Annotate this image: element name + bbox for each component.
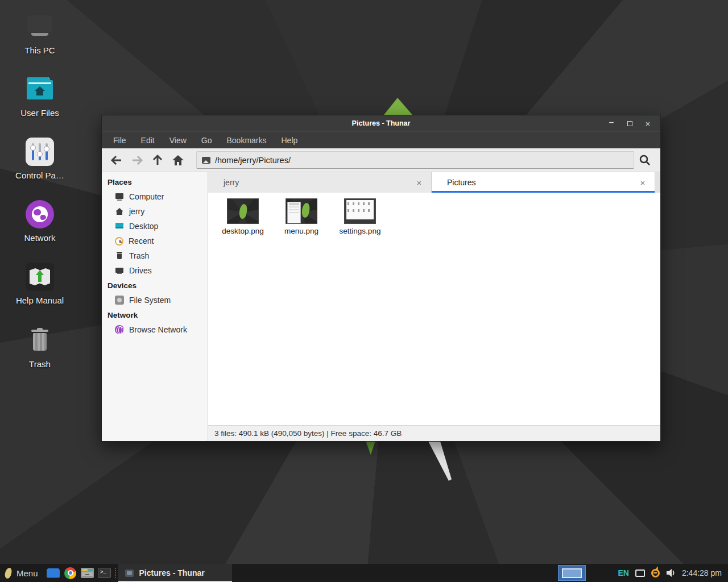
keyboard-layout-indicator[interactable]: EN	[618, 568, 628, 577]
sidebar-item-label: jerry	[129, 207, 144, 216]
thumbnail-settings-png	[344, 198, 376, 224]
sidebar-item-label: Computer	[129, 192, 164, 201]
terminal-icon: >_	[98, 568, 111, 578]
window-title: Pictures - Thunar	[352, 119, 411, 127]
wallpaper-white-streak	[428, 441, 452, 481]
manual-map-icon	[26, 263, 54, 291]
file-list: desktop.png menu.png settings.png	[208, 193, 660, 425]
sidebar-header-network: Network	[102, 307, 208, 322]
filesystem-drive-icon	[115, 296, 124, 305]
path-bar[interactable]: /home/jerry/Pictures/	[196, 151, 634, 169]
maximize-icon	[627, 121, 632, 126]
desktop-icon-user-files[interactable]: User Files	[6, 75, 74, 118]
file-manager-launcher[interactable]	[79, 564, 96, 582]
maximize-button[interactable]	[621, 115, 639, 131]
sidebar-item-label: Browse Network	[129, 325, 187, 334]
display-tray-icon[interactable]	[635, 569, 645, 577]
mint-leaf-icon	[4, 567, 12, 579]
sidebar-item-label: Recent	[129, 236, 154, 246]
sidebar-item-label: File System	[129, 296, 171, 305]
tab-label: jerry	[224, 178, 414, 187]
desktop-icon-this-pc[interactable]: This PC	[6, 13, 74, 55]
menu-button[interactable]: Menu	[0, 564, 45, 582]
sidebar-header-devices: Devices	[102, 278, 208, 293]
terminal-launcher[interactable]: >_	[96, 564, 113, 582]
sidebar-item-recent[interactable]: Recent	[102, 234, 208, 248]
menu-file[interactable]: File	[113, 136, 126, 145]
clock[interactable]: 2:44:28 pm	[682, 568, 722, 577]
status-bar: 3 files: 490.1 kB (490,050 bytes) | Free…	[208, 425, 660, 441]
taskbar-window-label: Pictures - Thunar	[139, 568, 205, 577]
desktop-icon-control-panel[interactable]: Control Pa…	[6, 138, 74, 180]
home-icon	[115, 207, 124, 216]
search-button[interactable]	[634, 151, 656, 170]
file-item-menu-png[interactable]: menu.png	[274, 198, 329, 235]
desktop-icon-label: Help Manual	[16, 296, 64, 305]
sidebar-item-label: Trash	[129, 251, 149, 260]
sidebar-item-label: Desktop	[129, 222, 158, 231]
file-pane: jerry × Pictures × desktop.png menu.png	[208, 172, 660, 441]
path-text: /home/jerry/Pictures/	[215, 156, 291, 165]
menu-edit[interactable]: Edit	[141, 136, 155, 145]
chrome-icon	[64, 567, 76, 579]
show-desktop-launcher[interactable]	[45, 564, 62, 582]
desktop-icon-label: Network	[24, 233, 55, 243]
sidebar-item-jerry[interactable]: jerry	[102, 204, 208, 219]
tab-jerry[interactable]: jerry ×	[208, 172, 432, 193]
tab-pictures[interactable]: Pictures ×	[432, 172, 655, 193]
forward-button[interactable]	[127, 151, 147, 170]
up-button[interactable]	[147, 151, 168, 170]
file-item-settings-png[interactable]: settings.png	[333, 198, 387, 235]
volume-icon[interactable]	[666, 568, 676, 577]
menu-button-label: Menu	[16, 568, 38, 578]
menubar: File Edit View Go Bookmarks Help	[102, 131, 660, 148]
desktop-icon-network[interactable]: Network	[6, 200, 74, 243]
thunar-window: Pictures - Thunar – × File Edit View Go …	[101, 115, 661, 442]
tab-close-icon[interactable]: ×	[638, 178, 648, 188]
tab-close-icon[interactable]: ×	[414, 178, 424, 188]
menu-help[interactable]: Help	[282, 136, 298, 145]
menu-go[interactable]: Go	[201, 136, 212, 145]
menu-bookmarks[interactable]: Bookmarks	[226, 136, 266, 145]
window-body: Places Computer jerry Desktop Recent Tra…	[102, 172, 660, 441]
sidebar-item-desktop[interactable]: Desktop	[102, 219, 208, 234]
taskbar-window-button[interactable]: Pictures - Thunar	[118, 564, 232, 582]
file-item-desktop-png[interactable]: desktop.png	[216, 198, 270, 235]
toolbar: /home/jerry/Pictures/	[102, 148, 660, 172]
home-icon	[172, 155, 184, 166]
sidebar-item-drives[interactable]: Drives	[102, 263, 208, 278]
workspace-switcher[interactable]	[558, 565, 586, 581]
desktop-panel-icon	[47, 568, 60, 578]
desktop-icon-label: User Files	[20, 108, 59, 118]
mint-logo-fragment-bottom	[366, 441, 375, 455]
sidebar-item-file-system[interactable]: File System	[102, 293, 208, 307]
home-button[interactable]	[168, 151, 188, 170]
system-tray: EN 2:44:28 pm	[618, 568, 728, 577]
desktop-icon-label: Trash	[29, 359, 51, 369]
file-name: settings.png	[340, 227, 381, 235]
update-manager-icon[interactable]	[651, 569, 660, 577]
desktop-icon-trash[interactable]: Trash	[6, 326, 74, 369]
close-button[interactable]: ×	[639, 115, 657, 131]
sidebar-item-browse-network[interactable]: Browse Network	[102, 322, 208, 337]
desktop-icon-help-manual[interactable]: Help Manual	[6, 263, 74, 305]
status-text: 3 files: 490.1 kB (490,050 bytes) | Free…	[214, 429, 402, 438]
sidebar-header-places: Places	[102, 174, 208, 189]
minimize-button[interactable]: –	[602, 115, 621, 131]
tab-label: Pictures	[447, 178, 638, 187]
back-button[interactable]	[106, 151, 127, 170]
sidebar-item-computer[interactable]: Computer	[102, 189, 208, 204]
menu-view[interactable]: View	[169, 136, 187, 145]
thumbnail-menu-png	[286, 198, 317, 224]
home-folder-icon	[26, 75, 54, 103]
file-drawer-icon	[81, 568, 94, 578]
sidebar-item-trash[interactable]: Trash	[102, 248, 208, 263]
up-arrow-icon	[152, 154, 163, 167]
image-folder-icon	[202, 157, 210, 164]
globe-icon	[26, 200, 54, 228]
search-icon	[639, 154, 651, 167]
chrome-launcher[interactable]	[62, 564, 79, 582]
workspace-1[interactable]	[562, 568, 582, 578]
mint-logo-fragment-top	[384, 98, 412, 115]
titlebar[interactable]: Pictures - Thunar – ×	[102, 115, 660, 131]
